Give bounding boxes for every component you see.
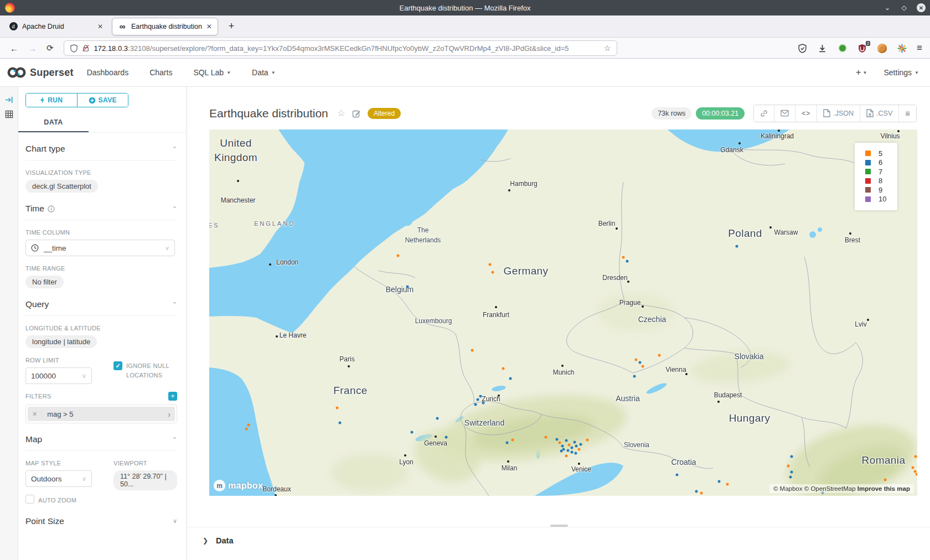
- earthquake-point[interactable]: [556, 438, 559, 441]
- filter-chip[interactable]: ✕ mag > 5 ›: [28, 407, 175, 421]
- cookie-extension-icon[interactable]: [877, 43, 887, 54]
- earthquake-point[interactable]: [436, 417, 439, 420]
- legend-item[interactable]: 9: [865, 185, 892, 195]
- earthquake-point[interactable]: [406, 286, 409, 288]
- data-panel-title[interactable]: Data: [216, 536, 233, 545]
- section-point-size-header[interactable]: Point Size∨: [25, 516, 177, 532]
- earthquake-point[interactable]: [718, 480, 721, 483]
- settings-menu[interactable]: Settings ▼: [884, 68, 919, 77]
- tab-close-icon[interactable]: ✕: [206, 23, 212, 30]
- earthquake-point[interactable]: [565, 439, 568, 442]
- favorite-star-icon[interactable]: ☆: [337, 107, 345, 119]
- earthquake-point[interactable]: [336, 407, 339, 409]
- legend-item[interactable]: 5: [865, 149, 892, 158]
- earthquake-point[interactable]: [578, 448, 581, 451]
- legend-item[interactable]: 7: [865, 167, 892, 177]
- earthquake-point[interactable]: [790, 471, 793, 474]
- forward-icon[interactable]: →: [28, 44, 37, 53]
- mapbox-logo[interactable]: m mapbox: [214, 480, 263, 491]
- nav-item-dashboards[interactable]: Dashboards: [87, 68, 129, 77]
- row-limit-select[interactable]: 100000∨: [25, 367, 92, 384]
- earthquake-point[interactable]: [545, 436, 547, 439]
- viz-type-value[interactable]: deck.gl Scatterplot: [25, 180, 98, 193]
- earthquake-point[interactable]: [559, 442, 561, 444]
- earthquake-point[interactable]: [916, 473, 918, 476]
- save-button[interactable]: SAVE: [77, 94, 128, 107]
- window-minimize-button[interactable]: ⌄: [884, 4, 891, 12]
- earthquake-point[interactable]: [565, 455, 568, 458]
- earthquake-point[interactable]: [474, 403, 477, 406]
- earthquake-point[interactable]: [471, 349, 474, 352]
- earthquake-point[interactable]: [560, 450, 563, 453]
- share-link-button[interactable]: [754, 105, 774, 122]
- earthquake-point[interactable]: [489, 263, 492, 266]
- earthquake-point[interactable]: [571, 451, 574, 454]
- earthquake-point[interactable]: [568, 444, 571, 447]
- attribution-osm[interactable]: © OpenStreetMap: [804, 485, 856, 492]
- earthquake-point[interactable]: [622, 256, 625, 259]
- earthquake-point[interactable]: [247, 424, 250, 427]
- nav-item-sql-lab[interactable]: SQL Lab ▼: [193, 68, 231, 77]
- earthquake-point[interactable]: [339, 422, 342, 424]
- earthquake-point[interactable]: [575, 452, 577, 455]
- colorful-extension-icon[interactable]: [897, 43, 907, 54]
- earthquake-point[interactable]: [635, 359, 638, 361]
- earthquake-point[interactable]: [726, 483, 729, 486]
- section-map-header[interactable]: Map⌃: [25, 434, 177, 451]
- earthquake-point[interactable]: [790, 455, 793, 458]
- map-style-select[interactable]: Outdoors∨: [25, 470, 92, 487]
- ignore-null-checkbox[interactable]: ✓ IGNORE NULL LOCATIONS: [113, 361, 177, 380]
- nav-item-data[interactable]: Data ▼: [252, 68, 276, 77]
- browser-tab[interactable]: dApache Druid✕: [3, 18, 108, 35]
- earthquake-point[interactable]: [633, 375, 636, 378]
- extension-green-icon[interactable]: [837, 43, 848, 54]
- tab-close-icon[interactable]: ✕: [97, 23, 103, 30]
- email-button[interactable]: [774, 105, 795, 122]
- attribution-improve-link[interactable]: Improve this map: [857, 485, 910, 492]
- earthquake-point[interactable]: [482, 402, 485, 405]
- earthquake-point[interactable]: [586, 439, 589, 442]
- remove-filter-icon[interactable]: ✕: [28, 411, 42, 418]
- nav-item-charts[interactable]: Charts: [149, 68, 172, 77]
- earthquake-point[interactable]: [477, 398, 479, 401]
- insecure-lock-icon[interactable]: [82, 44, 90, 52]
- legend-item[interactable]: 8: [865, 177, 892, 186]
- earthquake-point[interactable]: [700, 492, 703, 495]
- earthquake-point[interactable]: [736, 245, 738, 248]
- run-button[interactable]: RUN: [26, 94, 77, 107]
- url-bar[interactable]: 172.18.0.3:32108/superset/explore/?form_…: [64, 40, 617, 56]
- earthquake-point[interactable]: [502, 367, 505, 370]
- export-csv-button[interactable]: .CSV: [860, 105, 898, 122]
- expand-datasource-icon[interactable]: [0, 92, 18, 107]
- earthquake-point[interactable]: [492, 271, 494, 274]
- back-icon[interactable]: ←: [10, 44, 18, 53]
- deckgl-map[interactable]: UnitedKingdomENGLANDESFranceGermanyPolan…: [209, 129, 917, 496]
- chart-menu-button[interactable]: ≡: [898, 105, 916, 122]
- expand-data-icon[interactable]: ❯: [203, 537, 208, 545]
- time-range-value[interactable]: No filter: [25, 276, 64, 288]
- attribution-mapbox[interactable]: © Mapbox: [773, 485, 803, 492]
- legend-item[interactable]: 10: [865, 195, 892, 204]
- earthquake-point[interactable]: [567, 449, 570, 452]
- earthquake-point[interactable]: [509, 377, 512, 380]
- earthquake-point[interactable]: [639, 361, 642, 364]
- earthquake-point[interactable]: [506, 442, 509, 444]
- url-text[interactable]: 172.18.0.3:32108/superset/explore/?form_…: [94, 44, 601, 53]
- auto-zoom-checkbox[interactable]: AUTO ZOOM: [25, 495, 111, 505]
- viewport-value[interactable]: 11° 28' 29.70" | 50...: [113, 470, 177, 490]
- earthquake-point[interactable]: [479, 395, 482, 398]
- section-chart-type-header[interactable]: Chart type⌃: [25, 144, 177, 160]
- downloads-icon[interactable]: [817, 43, 828, 54]
- browser-tab[interactable]: ∞Earthquake distribution✕: [112, 18, 218, 35]
- earthquake-point[interactable]: [580, 443, 582, 446]
- window-close-button[interactable]: ✕: [917, 3, 926, 12]
- earthquake-point[interactable]: [575, 445, 578, 448]
- earthquake-point[interactable]: [397, 255, 400, 257]
- earthquake-point[interactable]: [658, 354, 661, 357]
- time-column-select[interactable]: __time ∨: [25, 240, 175, 256]
- earthquake-point[interactable]: [626, 260, 629, 263]
- tracking-shield-icon[interactable]: [70, 44, 78, 53]
- new-tab-button[interactable]: +: [224, 19, 239, 34]
- legend-item[interactable]: 6: [865, 158, 892, 168]
- earthquake-point[interactable]: [914, 455, 917, 458]
